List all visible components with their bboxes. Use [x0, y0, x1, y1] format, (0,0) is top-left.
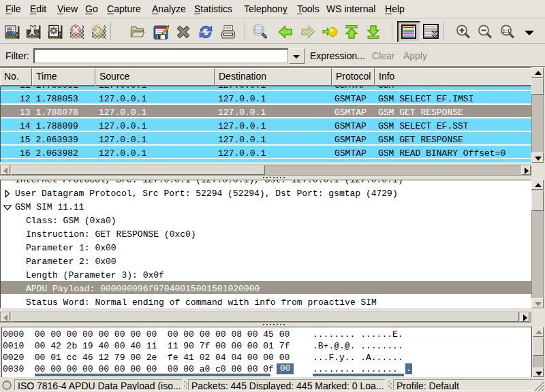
svg-text:1:1: 1:1 — [503, 28, 510, 34]
